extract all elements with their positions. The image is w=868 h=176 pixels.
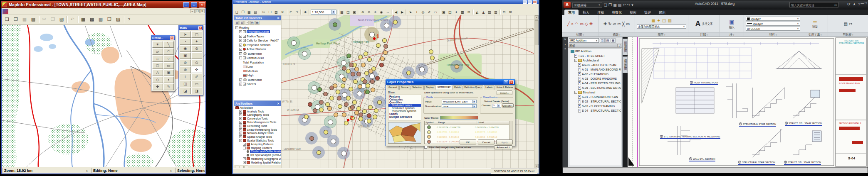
expand-icon[interactable]: + — [239, 135, 242, 138]
layer-visibility-checkbox[interactable] — [239, 44, 242, 46]
drawing-area[interactable]: IRD ADDITION STRUCTURAL SECTIONS FLOOR F… — [628, 37, 868, 167]
paste-icon[interactable]: ▧ — [57, 15, 66, 24]
toolbox-item-row[interactable]: + Analyzing Patterns — [234, 142, 281, 146]
toc-layer-row[interactable]: Active Stations — [234, 47, 281, 52]
sheet-row[interactable]: - Architectural — [569, 58, 621, 63]
panel-label[interactable]: 实用工具 — [802, 32, 828, 37]
sheet-row[interactable]: AS-01 - ARCH SITE PLAN — [569, 63, 621, 67]
toolbar-button[interactable] — [499, 10, 501, 15]
plot-icon[interactable]: ▤ — [618, 3, 622, 7]
range-column-header[interactable]: Range — [437, 121, 477, 125]
marquee-select-icon[interactable]: ▢ — [191, 31, 203, 38]
measure-icon[interactable]: ═ — [813, 19, 817, 24]
expand-icon[interactable]: + — [239, 128, 242, 131]
toolbox-item-row[interactable]: + Network Analyst Tools — [234, 132, 281, 135]
redo-icon[interactable]: ↷ — [294, 10, 300, 15]
new-redistricter-icon[interactable]: ▨ — [114, 15, 122, 24]
polygon-tool-icon[interactable]: ⌂ — [152, 55, 163, 62]
map-vertical-scrollbar[interactable]: ▲ ▼ — [534, 15, 539, 168]
insert-block-icon[interactable]: ▣ — [729, 19, 734, 25]
layer-visibility-checkbox[interactable] — [243, 39, 246, 42]
help-icon[interactable]: ? — [125, 15, 133, 24]
search-icon[interactable]: ◎ — [834, 3, 837, 7]
toolbox-item-row[interactable]: + Measuring Geographic Distributions — [234, 157, 281, 161]
find-icon[interactable]: ◎ — [420, 10, 426, 15]
class-symbol-icon[interactable] — [427, 125, 431, 129]
toolbox-item-row[interactable]: + Cartography Tools — [234, 113, 281, 117]
save-map-icon[interactable]: ▦ — [246, 10, 252, 15]
rectangle-icon[interactable]: ▭ — [580, 22, 584, 26]
dialog-tab[interactable]: Labels — [484, 85, 494, 90]
panel-label[interactable]: 注释 — [688, 32, 720, 37]
model-builder-icon[interactable]: ◫ — [447, 10, 453, 15]
scroll-thumb[interactable] — [535, 20, 539, 45]
help-icon[interactable]: ? — [504, 80, 508, 84]
menu-item[interactable] — [17, 11, 21, 12]
editor-icon[interactable]: ▦ — [339, 10, 345, 15]
toc-titlebar[interactable]: Table Of Contents ✕ — [234, 16, 281, 20]
show-list-item[interactable]: Graduated symbols — [388, 107, 421, 110]
properties-icon[interactable]: ≡ — [564, 47, 566, 50]
panel-label[interactable]: 剪贴板 — [828, 32, 868, 37]
label-tool-icon[interactable]: ✐ — [191, 73, 203, 80]
expand-icon[interactable]: + — [239, 132, 242, 134]
sheet-row[interactable]: S-01 - FOUNDATION PLAN — [569, 95, 621, 99]
new-mapper-icon[interactable]: ▩ — [88, 15, 96, 24]
toc-layer-row[interactable]: + Station Types — [234, 34, 281, 39]
expand-icon[interactable]: + — [239, 121, 242, 124]
radius-select-icon[interactable]: ◔ — [180, 38, 191, 45]
palette-tab[interactable]: 模型视图 — [623, 56, 628, 73]
toolbar-button[interactable] — [38, 16, 40, 23]
child-close-button[interactable]: ✕ — [200, 9, 205, 13]
map-scale-combo[interactable]: 1:10,500▼ — [311, 10, 336, 15]
add-data-icon[interactable]: ✚ — [302, 10, 308, 15]
dialog-tab[interactable]: Display — [424, 85, 435, 90]
layer-isolate-icon[interactable]: ◫ — [662, 18, 666, 23]
change-view-icon[interactable]: ⊚ — [180, 66, 191, 73]
toolbar-button[interactable] — [406, 10, 407, 15]
toolbox-item-row[interactable]: + Data Management Tools — [234, 120, 281, 124]
georef-icon[interactable]: ▨ — [487, 10, 492, 15]
measure-icon[interactable]: ✐ — [426, 10, 432, 15]
close-button[interactable] — [533, 0, 537, 4]
expand-icon[interactable]: - — [243, 147, 246, 149]
menu-item[interactable] — [257, 6, 260, 7]
list-by-visibility-icon[interactable]: ≡ — [245, 21, 250, 25]
zoom-in-icon[interactable]: ⊕ — [180, 59, 191, 66]
expand-icon[interactable]: - — [574, 59, 577, 62]
identify-icon[interactable]: i — [414, 10, 420, 15]
minimize-button[interactable]: — — [861, 1, 864, 5]
show-list-item[interactable]: Quantities — [388, 101, 421, 104]
menu-item[interactable] — [264, 6, 267, 7]
layer-visibility-checkbox[interactable] — [239, 48, 242, 51]
restore-button[interactable]: □ — [865, 1, 867, 5]
new-table-icon[interactable]: ❏ — [3, 15, 11, 24]
print-icon[interactable]: ▤ — [29, 15, 37, 24]
toolbox-item-row[interactable]: ArcToolbox — [234, 106, 281, 110]
dialog-tab[interactable]: Joins & Relates — [495, 85, 514, 90]
workspace-switcher[interactable]: 三维建模▼ — [572, 2, 602, 8]
add-node-tool-icon[interactable]: ◗ — [163, 76, 174, 83]
expand-icon[interactable]: + — [239, 125, 242, 127]
panel-label[interactable]: 修改 — [598, 32, 635, 37]
infocenter-search[interactable]: 输入关键字或短语 ◎ — [789, 2, 838, 7]
sheet-row[interactable]: A-05 - SECTIONS AND DETAILS — [569, 86, 621, 90]
erase-icon[interactable]: ╳ — [622, 22, 625, 26]
legend-icon[interactable]: ◪ — [180, 88, 191, 94]
move-icon[interactable]: ✚ — [603, 22, 607, 26]
undo-icon[interactable]: ↶ — [288, 10, 294, 15]
pan-icon[interactable]: ✛ — [372, 10, 378, 15]
line-icon[interactable]: ╱ — [567, 22, 570, 26]
sheet-row[interactable]: - Structural — [569, 90, 621, 95]
show-class-ranges-checkbox[interactable] — [424, 146, 427, 149]
ok-button[interactable]: OK — [460, 139, 476, 144]
collapse-icon[interactable]: ▲ — [617, 44, 621, 47]
layer-visibility-checkbox[interactable] — [243, 30, 246, 33]
color-ramp-select[interactable] — [440, 116, 478, 120]
sheet-row[interactable]: A-03 - DOORS WINDOWS — [569, 76, 621, 81]
maximize-button[interactable]: □ — [191, 2, 197, 7]
select-features-icon[interactable]: ➤ — [408, 10, 413, 15]
ruler-tool-icon[interactable]: ▭ — [191, 81, 203, 87]
polyline-tool-icon[interactable]: ▱ — [152, 48, 163, 55]
sheet-row[interactable]: T-01 - TITLE SHEET — [569, 54, 621, 58]
